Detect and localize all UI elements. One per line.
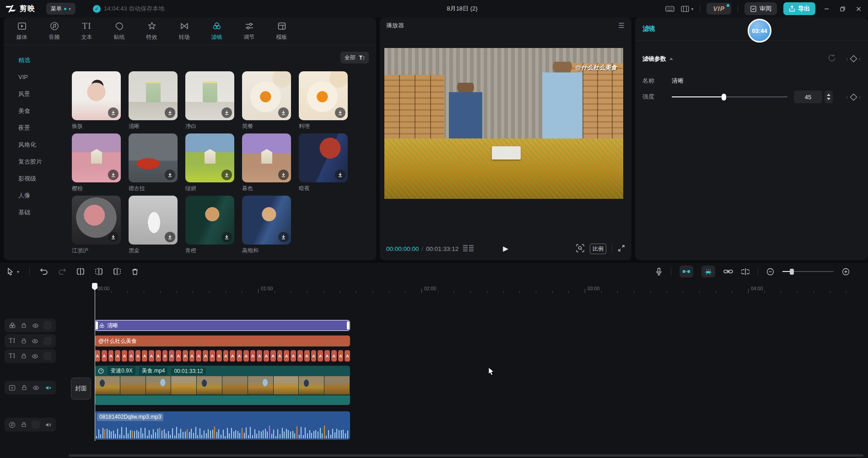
letter-clip[interactable]: A — [210, 350, 215, 362]
tab-audio[interactable]: 音频 — [38, 21, 70, 41]
lock-icon[interactable] — [21, 384, 27, 391]
prev-keyframe-icon[interactable]: ‹ — [846, 56, 848, 62]
unlink-split-icon[interactable] — [741, 268, 749, 275]
letter-clip[interactable]: A — [196, 350, 201, 362]
category-featured[interactable]: 精选 — [4, 52, 55, 69]
download-icon[interactable] — [278, 232, 289, 242]
zoom-out-icon[interactable] — [766, 268, 774, 276]
link-clips-icon[interactable] — [723, 268, 733, 275]
filter-clip[interactable]: 清晰 — [95, 320, 350, 331]
next-keyframe-icon[interactable]: › — [859, 94, 861, 100]
letter-clip[interactable]: A — [270, 350, 276, 362]
letter-clip[interactable]: A — [189, 350, 195, 362]
text-clip[interactable]: @什么社么美食 — [95, 336, 350, 346]
keyframe-diamond-icon[interactable] — [850, 55, 857, 63]
letter-clip[interactable]: A — [284, 350, 289, 362]
download-icon[interactable] — [221, 170, 232, 180]
layout-switch-icon[interactable]: ▾ — [681, 5, 693, 12]
keyframe-control[interactable]: ‹› — [846, 56, 861, 62]
eye-icon[interactable] — [32, 338, 38, 345]
next-keyframe-icon[interactable]: › — [859, 56, 861, 62]
preview-zoom-icon[interactable] — [576, 244, 584, 254]
letter-clip[interactable]: A — [338, 350, 344, 362]
download-icon[interactable] — [165, 107, 175, 118]
strength-value-input[interactable]: 45 — [794, 91, 822, 103]
split-clip-icon[interactable] — [76, 268, 85, 275]
auto-align-toggle[interactable] — [701, 266, 715, 277]
filter-all-dropdown[interactable]: 全部 — [340, 52, 369, 64]
letter-clip[interactable]: A — [169, 350, 174, 362]
letter-text-clips[interactable]: AAAAAAAAAAAAAAAAAAAAAAAAAAAAAAAAAAAAAA — [95, 350, 350, 362]
letter-clip[interactable]: A — [108, 350, 114, 362]
prev-keyframe-icon[interactable]: ‹ — [846, 94, 848, 100]
mute-speaker-icon[interactable] — [45, 384, 52, 391]
filter-tile[interactable]: 简餐 — [242, 71, 291, 130]
tab-effects[interactable]: 特效 — [135, 21, 168, 41]
letter-clip[interactable]: A — [264, 350, 269, 362]
close-button[interactable] — [854, 6, 863, 12]
download-icon[interactable] — [108, 232, 119, 242]
letter-clip[interactable]: A — [135, 350, 141, 362]
eye-icon[interactable] — [32, 322, 39, 329]
horizontal-scrollbar[interactable] — [69, 454, 863, 457]
filter-tile[interactable]: 暮色 — [242, 133, 291, 192]
timeline-zoom-slider[interactable] — [782, 268, 834, 275]
trim-left-icon[interactable] — [95, 268, 103, 275]
keyframe-diamond-icon[interactable] — [850, 93, 857, 101]
letter-clip[interactable]: A — [176, 350, 181, 362]
category-retro-film[interactable]: 复古胶片 — [4, 153, 55, 170]
filter-tile[interactable]: 樱粉 — [72, 133, 121, 192]
video-clip[interactable]: 变速0.9X 美食.mp4 00:01:33:12 — [95, 366, 350, 405]
tab-sticker[interactable]: 贴纸 — [103, 21, 135, 41]
collapse-arrow-icon[interactable] — [669, 58, 673, 60]
letter-clip[interactable]: A — [311, 350, 317, 362]
letter-clip[interactable]: A — [243, 350, 249, 362]
letter-clip[interactable]: A — [203, 350, 208, 362]
undo-button[interactable] — [40, 268, 48, 275]
letter-clip[interactable]: A — [324, 350, 330, 362]
download-icon[interactable] — [335, 107, 345, 118]
toggle-slot[interactable] — [32, 421, 40, 429]
download-icon[interactable] — [165, 170, 175, 180]
lock-icon[interactable] — [21, 338, 27, 344]
letter-clip[interactable]: A — [223, 350, 229, 362]
tab-filters[interactable]: 滤镜 — [200, 21, 233, 41]
zoom-slider-handle[interactable] — [790, 269, 794, 275]
filter-tile[interactable]: 焕肤 — [72, 71, 121, 130]
filter-tile[interactable]: 暗夜 — [299, 133, 348, 192]
slider-track[interactable] — [672, 96, 787, 97]
vip-badge[interactable]: VIP — [706, 3, 731, 15]
aspect-ratio-button[interactable]: 比例 — [590, 244, 606, 254]
letter-clip[interactable]: A — [95, 350, 100, 362]
download-icon[interactable] — [278, 170, 289, 180]
filter-tile[interactable]: 绿妍 — [185, 133, 234, 192]
clip-list-icon[interactable] — [463, 245, 474, 253]
tab-templates[interactable]: 模板 — [265, 21, 298, 41]
tab-media[interactable]: 媒体 — [5, 21, 38, 41]
letter-clip[interactable]: A — [318, 350, 323, 362]
filter-tile[interactable]: 江浙沪 — [72, 196, 121, 255]
letter-clip[interactable]: A — [149, 350, 154, 362]
select-tool[interactable]: ▾ — [6, 267, 19, 276]
fullscreen-icon[interactable] — [618, 245, 625, 253]
lock-icon[interactable] — [21, 353, 27, 359]
category-basic[interactable]: 基础 — [4, 204, 55, 221]
redo-button[interactable] — [58, 268, 66, 275]
category-landscape[interactable]: 风景 — [4, 85, 55, 102]
toggle-slot[interactable] — [43, 337, 52, 345]
step-up-icon[interactable] — [827, 94, 830, 96]
trim-right-icon[interactable] — [113, 268, 121, 275]
tab-adjust[interactable]: 调节 — [233, 21, 265, 41]
eye-icon[interactable] — [32, 384, 39, 391]
toggle-slot[interactable] — [43, 352, 52, 360]
play-button[interactable]: ▶ — [503, 245, 508, 253]
cover-button[interactable]: 封面 — [71, 378, 91, 399]
filter-tile[interactable]: 青橙 — [185, 196, 234, 255]
letter-clip[interactable]: A — [216, 350, 222, 362]
letter-clip[interactable]: A — [115, 350, 120, 362]
download-icon[interactable] — [278, 107, 289, 118]
toggle-slot[interactable] — [43, 321, 52, 330]
letter-clip[interactable]: A — [102, 350, 107, 362]
download-icon[interactable] — [165, 232, 175, 242]
category-cinematic[interactable]: 影视级 — [4, 170, 55, 187]
